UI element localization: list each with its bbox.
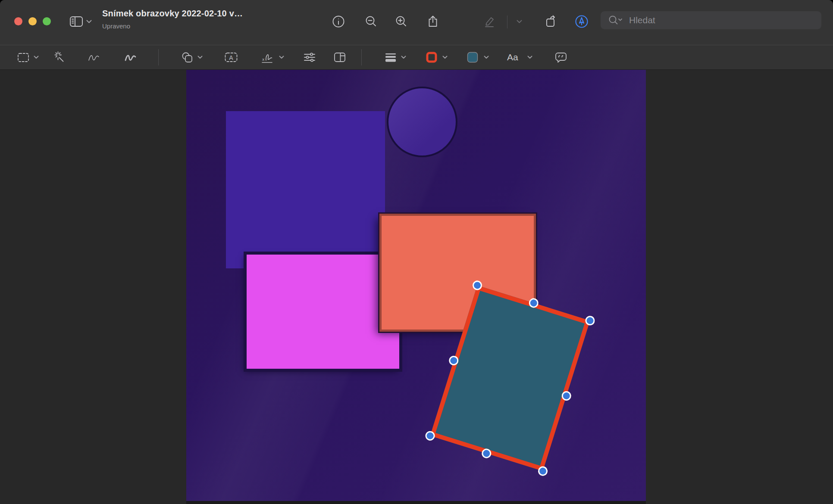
purple-square-shape[interactable] [226,111,385,268]
image-bottom-strip [186,501,646,504]
panel-layout-icon [333,51,346,63]
minimize-button[interactable] [28,17,37,25]
sign-chevron-down-icon[interactable] [279,55,284,59]
toolbar-divider [507,16,507,28]
annotate-button[interactable] [554,50,568,65]
zoom-button[interactable] [43,17,51,25]
text-box-icon: A [224,51,238,63]
shape-style-chevron-down-icon[interactable] [401,55,406,59]
signature-icon: x [261,51,276,64]
resize-handle-bottom-middle[interactable] [480,448,492,460]
resize-handle-bottom-left[interactable] [424,430,436,442]
sidebar-toggle-button[interactable] [69,14,84,29]
image-background [186,70,646,501]
draw-squiggle-icon [124,52,138,63]
resize-handle-left-middle[interactable] [448,355,460,367]
highlight-pen-button[interactable] [482,14,497,29]
border-color-chevron-down-icon[interactable] [442,55,448,59]
highlight-pen-icon [483,15,497,28]
magic-wand-icon [53,51,66,64]
shape-style-button[interactable] [383,50,398,65]
border-color-swatch-icon [425,51,438,64]
text-style-button[interactable]: Aa [507,52,518,62]
fill-color-button[interactable] [465,50,480,65]
image-canvas[interactable] [186,70,646,504]
selection-rect-icon [17,51,30,63]
rotate-left-icon [544,15,558,28]
sketch-tool-button[interactable] [87,50,101,65]
share-button[interactable] [426,14,440,29]
fill-color-chevron-down-icon[interactable] [483,55,489,59]
adjust-button[interactable] [302,50,317,65]
svg-text:A: A [229,54,233,61]
speech-bubble-icon [554,51,567,64]
search-field[interactable] [601,11,821,29]
markup-toolbar-divider [361,49,362,65]
rotate-left-button[interactable] [544,14,558,29]
draw-tool-button[interactable] [123,50,138,65]
svg-text:x: x [262,57,265,62]
resize-handle-right-middle[interactable] [561,390,573,402]
resize-handle-bottom-right[interactable] [537,465,549,477]
border-color-button[interactable] [424,50,439,65]
sidebar-chevron-down-icon[interactable] [86,19,92,24]
text-style-chevron-down-icon[interactable] [527,55,532,59]
document-area [0,70,833,504]
sketch-squiggle-icon [87,52,101,63]
sliders-icon [303,51,316,63]
title-bar: Snímek obrazovky 2022-02-10 v… Upraveno [0,0,833,45]
search-icon [608,15,623,25]
markup-toolbar-divider [158,49,159,65]
info-icon [332,15,345,28]
indigo-circle-shape[interactable] [387,87,457,157]
shapes-tool-button[interactable] [180,50,195,65]
markup-toolbar-toggle-button[interactable] [574,14,589,29]
markup-toolbar: A x [0,45,833,70]
window-title: Snímek obrazovky 2022-02-10 v… [102,9,243,19]
selection-tool-button[interactable] [16,50,31,65]
window-subtitle: Upraveno [102,22,130,30]
preview-window: Snímek obrazovky 2022-02-10 v… Upraveno [0,0,833,504]
shapes-icon [181,51,194,63]
markup-pen-icon [574,14,589,29]
info-button[interactable] [331,14,346,29]
sign-button[interactable]: x [261,50,276,65]
text-box-button[interactable]: A [224,50,238,65]
zoom-in-icon [395,15,408,28]
search-input[interactable] [628,15,802,26]
instant-alpha-button[interactable] [53,50,67,65]
share-icon [426,15,440,28]
close-button[interactable] [14,17,22,25]
pen-chevron-down-icon[interactable] [516,19,522,24]
fill-color-swatch-icon [466,51,479,64]
shapes-chevron-down-icon[interactable] [197,55,203,59]
line-weight-icon [384,51,397,63]
resize-handle-top-right[interactable] [584,315,596,327]
zoom-out-icon [364,15,378,28]
sidebar-icon [69,15,83,28]
zoom-out-button[interactable] [364,14,379,29]
zoom-in-button[interactable] [394,14,409,29]
image-description-button[interactable] [332,50,347,65]
selection-chevron-down-icon[interactable] [33,55,39,59]
